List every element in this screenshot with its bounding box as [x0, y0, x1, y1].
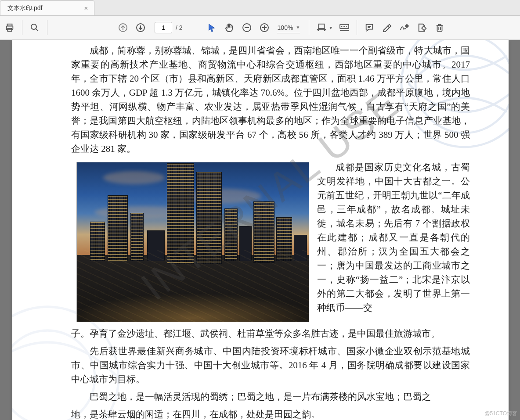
- document-body: 成都，简称蓉，别称蓉城、锦城，是四川省省会，西南地区唯一一个副省级市，特大城市，…: [71, 43, 470, 420]
- close-icon[interactable]: ×: [83, 5, 90, 12]
- svg-line-4: [36, 29, 38, 31]
- fit-width-button[interactable]: [314, 20, 329, 36]
- page-number-input[interactable]: [155, 22, 172, 33]
- separator: [22, 20, 22, 35]
- zoom-value: 100%: [277, 22, 294, 33]
- prev-page-button[interactable]: [115, 20, 131, 36]
- document-viewport[interactable]: 成都，简称蓉，别称蓉城、锦城，是四川省省会，西南地区唯一一个副省级市，特大城市，…: [0, 40, 520, 420]
- tabbar: 文本水印.pdf ×: [0, 0, 520, 16]
- svg-rect-14: [319, 24, 325, 29]
- page-total-label: / 2: [176, 24, 183, 31]
- embedded-image: [76, 162, 309, 322]
- paragraph: 先后获世界最佳新兴商务城市、中国内陆投资环境标杆城市、国家小微企业双创示范基地城…: [71, 344, 470, 386]
- chevron-down-icon[interactable]: ▼: [329, 25, 335, 30]
- chevron-down-icon: ▼: [296, 25, 300, 30]
- delete-button[interactable]: [432, 20, 448, 36]
- sign-button[interactable]: [397, 20, 412, 36]
- svg-rect-24: [437, 25, 442, 31]
- paragraph: 子。孕育了金沙遗址、都江堰、武侯祠、杜甫草堂等众多名胜古迹，是中国最佳旅游城市。: [71, 327, 470, 341]
- paragraph: 地，是茶肆云烟的闲适；在四川，在成都，处处是田园之韵。: [71, 407, 470, 420]
- zoom-in-button[interactable]: [256, 20, 272, 36]
- tab-title: 文本水印.pdf: [7, 4, 42, 12]
- zoom-select[interactable]: 100% ▼: [277, 22, 300, 33]
- separator: [309, 20, 309, 35]
- paragraph: 成都，简称蓉，别称蓉城、锦城，是四川省省会，西南地区唯一一个副省级市，特大城市，…: [71, 43, 470, 156]
- next-page-button[interactable]: [133, 20, 148, 36]
- pdf-page: 成都，简称蓉，别称蓉城、锦城，是四川省省会，西南地区唯一一个副省级市，特大城市，…: [12, 40, 509, 420]
- select-tool-button[interactable]: [204, 20, 220, 36]
- zoom-out-button[interactable]: [239, 20, 255, 36]
- document-tab[interactable]: 文本水印.pdf ×: [0, 0, 94, 15]
- svg-point-3: [31, 24, 36, 29]
- search-button[interactable]: [27, 20, 43, 36]
- separator: [357, 20, 357, 35]
- paragraph: 巴蜀之地，是一幅活灵活现的蜀绣；巴蜀之地，是一片布满茶楼的风水宝地；巴蜀之: [71, 390, 470, 404]
- edit-pdf-button[interactable]: [414, 20, 430, 36]
- comment-button[interactable]: [361, 20, 377, 36]
- separator: [47, 20, 47, 35]
- print-button[interactable]: [2, 20, 18, 36]
- source-credit: @51CTO博客: [484, 410, 517, 417]
- hand-tool-button[interactable]: [221, 20, 237, 36]
- highlight-button[interactable]: [379, 20, 395, 36]
- paragraph: 成都是国家历史文化名城，古蜀文明发祥地，中国十大古都之一。公元前五世纪，开明王朝…: [317, 160, 470, 315]
- typewriter-button[interactable]: [336, 20, 352, 36]
- toolbar: / 2 100% ▼ ▼: [0, 16, 520, 40]
